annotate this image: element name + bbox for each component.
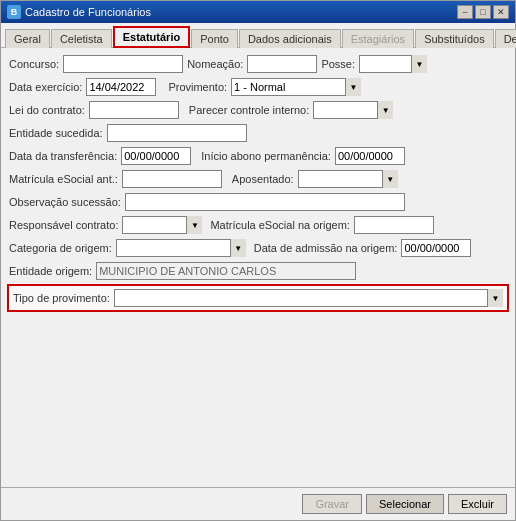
- obs-sucessao-input[interactable]: [125, 193, 405, 211]
- matricula-origem-input[interactable]: [354, 216, 434, 234]
- entidade-origem-input: [96, 262, 356, 280]
- gravar-button[interactable]: Gravar: [302, 494, 362, 514]
- row-data-transferencia: Data da transferência: Início abono perm…: [9, 146, 507, 166]
- window-title: Cadastro de Funcionários: [25, 6, 151, 18]
- aposentado-label: Aposentado:: [232, 173, 294, 185]
- tabs-bar: Geral Celetista Estatutário Ponto Dados …: [1, 23, 515, 48]
- entidade-label: Entidade sucedida:: [9, 127, 103, 139]
- concurso-label: Concurso:: [9, 58, 59, 70]
- nomeacao-input[interactable]: [247, 55, 317, 73]
- parecer-input[interactable]: [313, 101, 393, 119]
- matricula-origem-label: Matrícula eSocial na origem:: [210, 219, 349, 231]
- matricula-esocial-label: Matrícula eSocial ant.:: [9, 173, 118, 185]
- entidade-origem-label: Entidade origem:: [9, 265, 92, 277]
- inicio-abono-input[interactable]: [335, 147, 405, 165]
- entidade-input[interactable]: [107, 124, 247, 142]
- main-window: B Cadastro de Funcionários − □ ✕ Geral C…: [0, 0, 516, 521]
- close-button[interactable]: ✕: [493, 5, 509, 19]
- selecionar-button[interactable]: Selecionar: [366, 494, 444, 514]
- tab-substituidos[interactable]: Substituídos: [415, 29, 494, 48]
- tab-dependentes[interactable]: Dependentes: [495, 29, 516, 48]
- data-admissao-input[interactable]: [401, 239, 471, 257]
- row-entidade-origem: Entidade origem:: [9, 261, 507, 281]
- tipo-provimento-input[interactable]: [114, 289, 503, 307]
- nomeacao-label: Nomeação:: [187, 58, 243, 70]
- app-icon: B: [7, 5, 21, 19]
- row-concurso: Concurso: Nomeação: Posse: ▼: [9, 54, 507, 74]
- row-entidade: Entidade sucedida:: [9, 123, 507, 143]
- tipo-provimento-label: Tipo de provimento:: [13, 292, 110, 304]
- aposentado-input[interactable]: [298, 170, 398, 188]
- responsavel-select-wrapper: ▼: [122, 216, 202, 234]
- title-bar: B Cadastro de Funcionários − □ ✕: [1, 1, 515, 23]
- title-bar-left: B Cadastro de Funcionários: [7, 5, 151, 19]
- parecer-label: Parecer controle interno:: [189, 104, 309, 116]
- tab-geral[interactable]: Geral: [5, 29, 50, 48]
- data-exercicio-input[interactable]: [86, 78, 156, 96]
- tab-dados-adicionais[interactable]: Dados adicionais: [239, 29, 341, 48]
- obs-sucessao-label: Observação sucessão:: [9, 196, 121, 208]
- concurso-input[interactable]: [63, 55, 183, 73]
- lei-contrato-label: Lei do contrato:: [9, 104, 85, 116]
- matricula-esocial-input[interactable]: [122, 170, 222, 188]
- tab-estatutario[interactable]: Estatutário: [113, 26, 190, 48]
- categoria-select-wrapper: ▼: [116, 239, 246, 257]
- inicio-abono-label: Início abono permanência:: [201, 150, 331, 162]
- responsavel-input[interactable]: [122, 216, 202, 234]
- highlighted-tipo-provimento: Tipo de provimento: ▼: [7, 284, 509, 312]
- tipo-provimento-select-wrapper: ▼: [114, 289, 503, 307]
- categoria-input[interactable]: [116, 239, 246, 257]
- posse-label: Posse:: [321, 58, 355, 70]
- row-categoria: Categoria de origem: ▼ Data de admissão …: [9, 238, 507, 258]
- row-responsavel: Responsável contrato: ▼ Matrícula eSocia…: [9, 215, 507, 235]
- excluir-button[interactable]: Excluir: [448, 494, 507, 514]
- tab-celetista[interactable]: Celetista: [51, 29, 112, 48]
- tab-estagiarios: Estagiários: [342, 29, 414, 48]
- content-spacer: [9, 315, 507, 481]
- lei-contrato-input[interactable]: [89, 101, 179, 119]
- row-matricula: Matrícula eSocial ant.: Aposentado: ▼: [9, 169, 507, 189]
- row-data-exercicio: Data exercício: Provimento: ▼: [9, 77, 507, 97]
- posse-input[interactable]: [359, 55, 427, 73]
- provimento-select-wrapper: ▼: [231, 78, 361, 96]
- row-lei-contrato: Lei do contrato: Parecer controle intern…: [9, 100, 507, 120]
- provimento-label: Provimento:: [168, 81, 227, 93]
- provimento-input[interactable]: [231, 78, 361, 96]
- posse-select-wrapper: ▼: [359, 55, 427, 73]
- minimize-button[interactable]: −: [457, 5, 473, 19]
- footer: Gravar Selecionar Excluir: [1, 487, 515, 520]
- data-transferencia-label: Data da transferência:: [9, 150, 117, 162]
- responsavel-label: Responsável contrato:: [9, 219, 118, 231]
- row-obs-sucessao: Observação sucessão:: [9, 192, 507, 212]
- title-buttons: − □ ✕: [457, 5, 509, 19]
- tab-ponto[interactable]: Ponto: [191, 29, 238, 48]
- data-admissao-label: Data de admissão na origem:: [254, 242, 398, 254]
- maximize-button[interactable]: □: [475, 5, 491, 19]
- aposentado-select-wrapper: ▼: [298, 170, 398, 188]
- data-exercicio-label: Data exercício:: [9, 81, 82, 93]
- form-content: Concurso: Nomeação: Posse: ▼ Data exercí…: [1, 48, 515, 487]
- parecer-select-wrapper: ▼: [313, 101, 393, 119]
- data-transferencia-input[interactable]: [121, 147, 191, 165]
- categoria-label: Categoria de origem:: [9, 242, 112, 254]
